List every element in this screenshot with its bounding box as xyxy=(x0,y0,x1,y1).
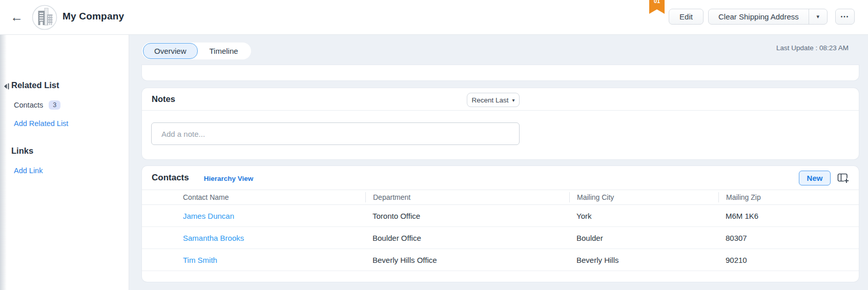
caret-down-icon: ▾ xyxy=(512,97,515,103)
tab-timeline[interactable]: Timeline xyxy=(198,44,250,58)
more-actions-button[interactable]: ••• xyxy=(835,9,855,25)
contacts-header: Contacts Hierarchy View New xyxy=(142,166,859,190)
contacts-table-header: Contact Name Department Mailing City Mai… xyxy=(142,190,859,205)
column-header: Mailing Zip xyxy=(718,192,859,202)
clear-shipping-split-button: Clear Shipping Address ▾ xyxy=(708,9,828,25)
table-row: Tim Smith Beverly Hills Office Beverly H… xyxy=(142,249,859,271)
mailing-city-cell: York xyxy=(569,212,718,220)
mailing-zip-cell: M6M 1K6 xyxy=(718,212,859,220)
links-heading: Links xyxy=(11,146,33,156)
mailing-city-cell: Boulder xyxy=(569,234,718,242)
tab-overview[interactable]: Overview xyxy=(143,43,198,59)
column-header: Contact Name xyxy=(142,193,365,201)
caret-down-icon: ▾ xyxy=(817,13,820,20)
page-title: My Company xyxy=(63,11,124,22)
notes-sort-label: Recent Last xyxy=(471,96,508,104)
top-header: ← My Company 01 xyxy=(0,0,868,35)
company-avatar-icon xyxy=(32,5,57,32)
back-icon[interactable]: ← xyxy=(10,8,23,26)
contacts-count-badge: 3 xyxy=(49,100,60,110)
add-link-link[interactable]: Add Link xyxy=(14,167,43,175)
mailing-city-cell: Beverly Hills xyxy=(569,256,718,264)
record-flag-ribbon: 01 xyxy=(649,0,665,14)
related-list-heading: Related List xyxy=(11,80,59,90)
department-cell: Boulder Office xyxy=(365,234,569,242)
column-header: Department xyxy=(365,192,569,202)
department-cell: Toronto Office xyxy=(365,212,569,220)
add-note-input[interactable] xyxy=(151,122,520,145)
manage-columns-icon[interactable] xyxy=(837,173,849,183)
contacts-card: Contacts Hierarchy View New Contact Name… xyxy=(142,166,859,282)
table-row: Samantha Brooks Boulder Office Boulder 8… xyxy=(142,227,859,249)
contact-name-link[interactable]: Tim Smith xyxy=(183,256,217,264)
previous-section-card xyxy=(142,65,859,80)
department-cell: Beverly Hills Office xyxy=(365,256,569,264)
notes-card: Notes Recent Last ▾ xyxy=(142,88,859,159)
notes-sort-dropdown[interactable]: Recent Last ▾ xyxy=(467,93,520,107)
contacts-item-label: Contacts xyxy=(14,101,43,109)
clear-shipping-address-button[interactable]: Clear Shipping Address xyxy=(709,9,809,24)
clear-shipping-dropdown-toggle[interactable]: ▾ xyxy=(809,9,827,24)
collapse-sidebar-icon[interactable] xyxy=(3,82,10,92)
contacts-title: Contacts xyxy=(152,173,189,183)
table-row: James Duncan Toronto Office York M6M 1K6 xyxy=(142,205,859,227)
related-list-sidebar: Related List Contacts 3 Add Related List… xyxy=(0,35,129,290)
record-detail-panel: Overview Timeline Last Update : 08:23 AM… xyxy=(129,35,868,290)
edit-button[interactable]: Edit xyxy=(669,9,704,25)
contact-name-link[interactable]: Samantha Brooks xyxy=(183,234,244,242)
mailing-zip-cell: 90210 xyxy=(718,256,859,264)
column-header: Mailing City xyxy=(569,192,718,202)
sidebar-item-contacts[interactable]: Contacts 3 xyxy=(14,100,60,110)
new-contact-button[interactable]: New xyxy=(799,171,831,185)
mailing-zip-cell: 80307 xyxy=(718,234,859,242)
view-tabs: Overview Timeline xyxy=(142,43,251,59)
last-update-text: Last Update : 08:23 AM xyxy=(776,44,849,52)
contact-name-link[interactable]: James Duncan xyxy=(183,212,234,220)
hierarchy-view-link[interactable]: Hierarchy View xyxy=(204,173,254,182)
add-related-list-link[interactable]: Add Related List xyxy=(14,119,68,128)
notes-title: Notes xyxy=(152,94,175,104)
crm-record-page: ← My Company 01 xyxy=(0,0,868,290)
